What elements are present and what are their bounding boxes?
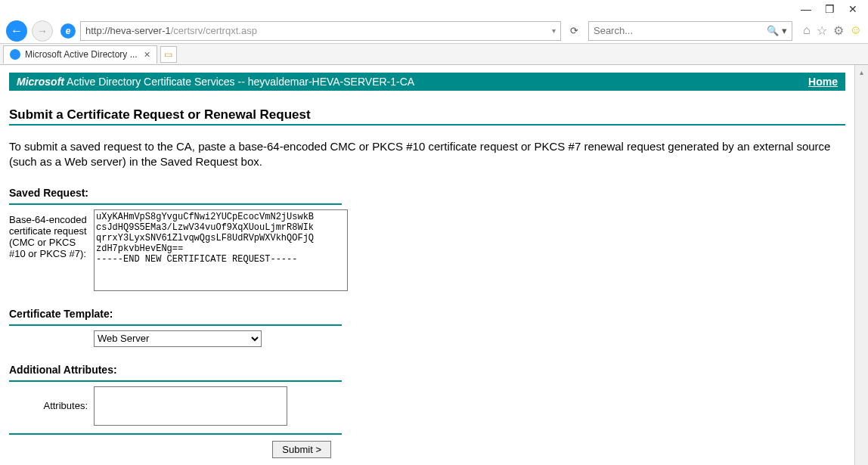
search-icon[interactable]: 🔍 ▾	[767, 25, 787, 36]
tab-active[interactable]: Microsoft Active Directory ... ✕	[3, 45, 157, 64]
minimize-button[interactable]: —	[801, 3, 811, 15]
cert-template-label: Certificate Template:	[9, 308, 845, 320]
saved-request-rowlabel: Base-64-encoded certificate request (CMC…	[9, 209, 94, 259]
forward-button[interactable]: →	[32, 20, 53, 42]
home-link[interactable]: Home	[808, 76, 838, 88]
cert-template-select[interactable]: Web Server	[94, 330, 262, 347]
service-banner: Microsoft Active Directory Certificate S…	[9, 73, 845, 91]
tab-strip: Microsoft Active Directory ... ✕ ▭	[0, 44, 868, 65]
banner-brand: Microsoft	[17, 76, 64, 88]
saved-request-label: Saved Request:	[9, 187, 845, 199]
divider	[9, 433, 342, 435]
window-controls: — ❐ ✕	[0, 0, 868, 18]
url-host: http://heva-server-1	[85, 25, 171, 36]
saved-request-textarea[interactable]	[94, 209, 348, 291]
divider	[9, 324, 342, 326]
refresh-button[interactable]: ⟳	[566, 25, 584, 36]
attributes-rowlabel: Attributes:	[9, 400, 94, 411]
page-scrollbar[interactable]: ▴	[854, 65, 868, 465]
tab-title: Microsoft Active Directory ...	[25, 49, 138, 60]
attributes-section-label: Additional Attributes:	[9, 364, 845, 376]
submit-button[interactable]: Submit >	[272, 441, 331, 458]
page-title: Submit a Certificate Request or Renewal …	[9, 107, 845, 122]
divider	[9, 380, 342, 382]
page-content: Microsoft Active Directory Certificate S…	[0, 65, 854, 465]
close-window-button[interactable]: ✕	[848, 3, 857, 15]
tab-close-icon[interactable]: ✕	[144, 50, 150, 60]
settings-gear-icon[interactable]: ⚙	[833, 23, 844, 38]
back-button[interactable]: ←	[6, 20, 27, 42]
search-placeholder: Search...	[594, 25, 633, 36]
browser-toolbar: ← → e http://heva-server-1/certsrv/certr…	[0, 18, 868, 44]
divider	[9, 203, 342, 205]
new-tab-button[interactable]: ▭	[160, 46, 177, 63]
page-description: To submit a saved request to the CA, pas…	[9, 139, 845, 170]
attributes-textarea[interactable]	[94, 386, 287, 426]
spacer	[9, 330, 94, 335]
scroll-up-icon[interactable]: ▴	[855, 65, 868, 79]
tab-ie-icon	[10, 49, 20, 60]
dropdown-icon[interactable]: ▾	[552, 26, 556, 35]
home-icon[interactable]: ⌂	[803, 23, 811, 38]
favorites-icon[interactable]: ☆	[817, 23, 827, 38]
ie-logo-icon: e	[60, 23, 76, 39]
maximize-button[interactable]: ❐	[825, 3, 835, 15]
url-path: /certsrv/certrqxt.asp	[171, 25, 257, 36]
search-box[interactable]: Search... 🔍 ▾	[588, 21, 792, 41]
toolbar-icons: ⌂ ☆ ⚙ ☺	[803, 23, 862, 38]
smiley-icon[interactable]: ☺	[850, 23, 862, 38]
banner-text: Active Directory Certificate Services --…	[64, 76, 414, 88]
divider	[9, 124, 845, 126]
address-bar[interactable]: http://heva-server-1/certsrv/certrqxt.as…	[80, 21, 561, 41]
